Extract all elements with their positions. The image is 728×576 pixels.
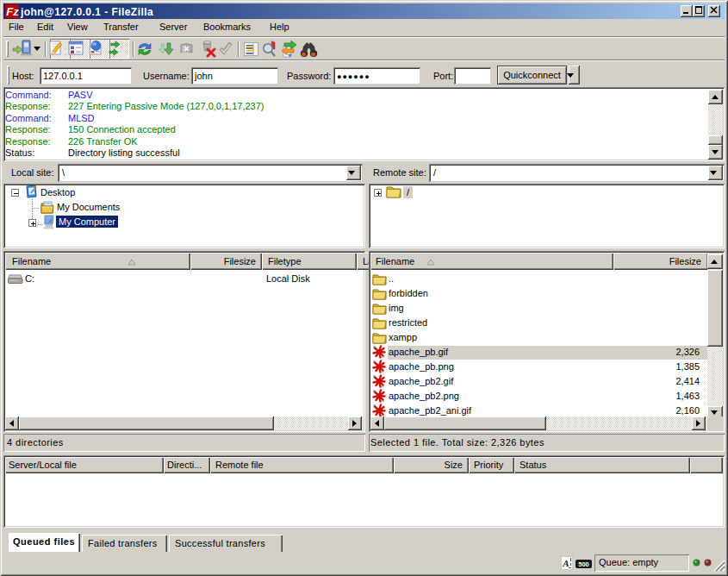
svg-text:A: A [562,558,569,568]
svg-text:Fz: Fz [6,5,19,18]
svg-text:500: 500 [578,560,589,568]
